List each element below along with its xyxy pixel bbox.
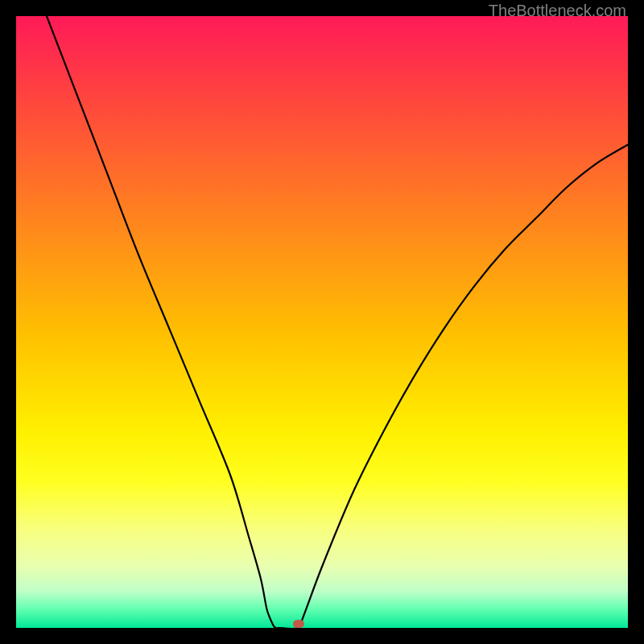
chart-container: TheBottleneck.com: [0, 0, 644, 644]
curve-svg: [16, 16, 628, 628]
bottleneck-curve: [47, 16, 628, 628]
bottleneck-marker: [293, 620, 304, 628]
watermark-text: TheBottleneck.com: [489, 2, 626, 20]
plot-area: [16, 16, 628, 628]
